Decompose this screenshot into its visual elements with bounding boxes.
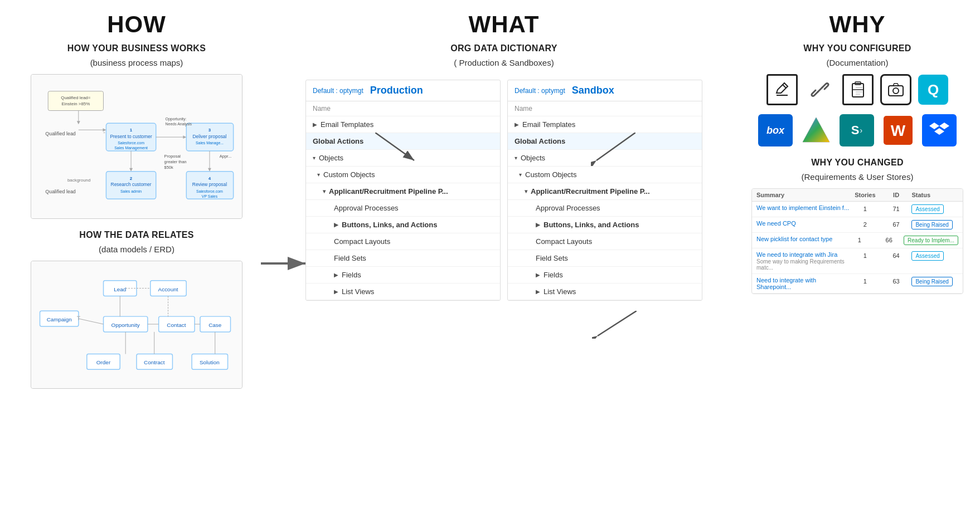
sandbox-row-list-views[interactable]: ▶ List Views [508, 284, 702, 300]
req-row-3-status: Ready to Implem... [904, 236, 958, 245]
req-row-1-summary: We want to implement Einstein f... [756, 204, 850, 211]
sandbox-row-buttons[interactable]: ▶ Buttons, Links, and Actions [508, 217, 702, 233]
sandbox-row-fields[interactable]: ▶ Fields [508, 267, 702, 284]
req-row-4-id: 64 [881, 251, 912, 259]
production-env-label: Production [370, 85, 423, 96]
prod-row-buttons[interactable]: ▶ Buttons, Links, and Actions [306, 217, 500, 233]
svg-text:Einstein >85%: Einstein >85% [61, 101, 90, 106]
sandbox-expand-arrow-list-views: ▶ [536, 289, 540, 295]
box-label: box [766, 125, 784, 136]
req-row-4-summary: We need to integrate with Jira Some way … [756, 251, 850, 271]
prod-row-fields[interactable]: ▶ Fields [306, 267, 500, 284]
svg-text:Sales Manage...: Sales Manage... [196, 141, 224, 145]
req-row-4-title: We need to integrate with Jira [756, 251, 850, 258]
req-row-2-stories: 2 [850, 220, 881, 228]
how-bottom-sub: (data models / ERD) [17, 245, 256, 254]
section-what: WHAT ORG DATA DICTIONARY ( Production & … [256, 11, 751, 507]
prod-row-email-templates[interactable]: ▶ Email Templates [306, 116, 500, 133]
sandbox-expand-arrow-buttons: ▶ [536, 222, 540, 228]
prod-row-global-actions[interactable]: Global Actions [306, 133, 500, 150]
sandbox-row-email-templates[interactable]: ▶ Email Templates [508, 116, 702, 133]
prod-applicant-label: Applicant/Recruitment Pipeline P... [329, 187, 448, 196]
production-default-label: Default : optymgt [313, 87, 363, 95]
svg-text:Opportunity:: Opportunity: [166, 117, 187, 121]
svg-line-79 [598, 311, 637, 336]
expand-arrow-objects: ▾ [313, 155, 316, 161]
dict-area: Default : optymgt Production Name ▶ Emai… [305, 80, 702, 301]
req-row-1-title: We want to implement Einstein f... [756, 204, 850, 211]
req-row-5-status: Being Raised [911, 277, 958, 286]
how-bottom-title: HOW THE DATA RELATES [17, 230, 256, 240]
why-changed: WHY YOU CHANGED (Requirements & User Sto… [751, 158, 963, 294]
sandbox-env-label: Sandbox [572, 85, 614, 96]
sandbox-expand-arrow-email: ▶ [515, 121, 519, 128]
req-row-3-summary: New picklist for contact type [756, 236, 845, 242]
prod-global-actions-label: Global Actions [313, 137, 363, 145]
req-row-1[interactable]: We want to implement Einstein f... 1 71 … [752, 202, 963, 217]
req-row-2-summary: We need CPQ [756, 220, 850, 227]
prod-compact-label: Compact Layouts [334, 237, 390, 246]
req-row-3[interactable]: New picklist for contact type 1 66 Ready… [752, 233, 963, 248]
how-title: HOW [17, 11, 256, 38]
svg-line-82 [818, 87, 822, 92]
section-why: WHY WHY YOU CONFIGURED (Documentation) [751, 11, 963, 507]
svg-text:Salesforce.com: Salesforce.com [118, 141, 144, 145]
why-title: WHY [751, 11, 963, 38]
sandbox-row-custom-objects[interactable]: ▾ Custom Objects [508, 167, 702, 183]
prod-row-list-views[interactable]: ▶ List Views [306, 284, 500, 300]
box-icon: box [758, 114, 793, 146]
req-row-3-badge: Ready to Implem... [904, 236, 958, 245]
req-row-3-title: New picklist for contact type [756, 236, 845, 242]
why-configured: WHY YOU CONFIGURED (Documentation) [751, 43, 963, 146]
prod-buttons-label: Buttons, Links, and Actions [342, 221, 437, 229]
prod-row-field-sets[interactable]: Field Sets [306, 250, 500, 267]
prod-row-applicant[interactable]: ▾ Applicant/Recruitment Pipeline P... [306, 183, 500, 200]
sandbox-row-applicant[interactable]: ▾ Applicant/Recruitment Pipeline P... [508, 183, 702, 200]
svg-text:Account: Account [158, 286, 178, 292]
req-table-header: Summary Stories ID Status [752, 189, 963, 202]
edit-icon [766, 74, 798, 105]
prod-row-compact[interactable]: Compact Layouts [306, 233, 500, 250]
prod-field-sets-label: Field Sets [334, 254, 366, 262]
req-row-4[interactable]: We need to integrate with Jira Some way … [752, 248, 963, 274]
svg-text:Qualified lead: Qualified lead [45, 189, 76, 194]
prod-objects-label: Objects [319, 154, 343, 162]
sandbox-row-global-actions[interactable]: Global Actions [508, 133, 702, 150]
svg-text:Proposal: Proposal [164, 154, 181, 159]
req-row-2[interactable]: We need CPQ 2 67 Being Raised [752, 217, 963, 233]
section-how: HOW HOW YOUR BUSINESS WORKS (business pr… [17, 11, 256, 507]
col-summary: Summary [756, 192, 850, 198]
prod-row-objects[interactable]: ▾ Objects [306, 150, 500, 167]
svg-text:W: W [891, 122, 906, 139]
req-row-5-id: 63 [881, 277, 912, 285]
req-row-5[interactable]: Need to integrate with Sharepoint... 1 6… [752, 274, 963, 294]
sandbox-row-approval[interactable]: Approval Processes [508, 200, 702, 217]
svg-text:Research customer: Research customer [111, 182, 152, 187]
how-top-title: HOW YOUR BUSINESS WORKS [17, 43, 256, 53]
sandbox-row-field-sets[interactable]: Field Sets [508, 250, 702, 267]
req-row-3-id: 66 [874, 236, 904, 243]
req-row-4-desc: Some way to making Requirements matc... [756, 258, 850, 271]
expand-arrow-fields: ▶ [334, 272, 338, 278]
prod-row-approval[interactable]: Approval Processes [306, 200, 500, 217]
req-row-3-stories: 1 [845, 236, 874, 243]
expand-arrow-email: ▶ [313, 121, 317, 128]
prod-row-custom-objects[interactable]: ▾ Custom Objects [306, 167, 500, 183]
svg-text:greater than: greater than [164, 159, 187, 164]
svg-text:VP Sales: VP Sales [202, 194, 218, 198]
sandbox-buttons-label: Buttons, Links, and Actions [544, 221, 639, 229]
what-content: Default : optymgt Production Name ▶ Emai… [262, 80, 746, 301]
sandbox-row-objects[interactable]: ▾ Objects [508, 150, 702, 167]
svg-text:Sales Management: Sales Management [114, 146, 148, 150]
why-configured-sub: (Documentation) [751, 58, 963, 67]
production-header: Default : optymgt Production [306, 80, 500, 101]
erd-diagram: Campaign Lead Account Opportunity Contac… [31, 261, 242, 389]
sandbox-row-compact[interactable]: Compact Layouts [508, 233, 702, 250]
req-row-2-status: Being Raised [911, 220, 958, 229]
q-icon: Q [918, 75, 948, 105]
why-changed-sub: (Requirements & User Stores) [751, 172, 963, 182]
req-row-5-badge: Being Raised [911, 277, 952, 286]
svg-text:Contact: Contact [167, 322, 186, 328]
what-title-area: WHAT ORG DATA DICTIONARY ( Production & … [450, 11, 557, 74]
svg-rect-89 [889, 86, 903, 96]
